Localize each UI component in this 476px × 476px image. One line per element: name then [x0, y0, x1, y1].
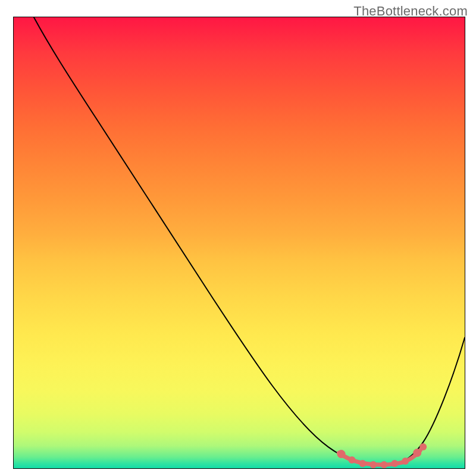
optimal-marker — [391, 460, 398, 467]
optimal-marker — [359, 460, 366, 467]
optimal-marker — [369, 461, 377, 468]
watermark-text: TheBottleneck.com — [353, 4, 468, 19]
optimal-marker — [380, 461, 387, 468]
optimal-marker — [402, 458, 409, 465]
optimal-marker — [337, 450, 346, 458]
optimal-marker — [419, 443, 427, 450]
bottleneck-curve-line — [34, 17, 465, 466]
optimal-marker — [349, 456, 356, 464]
optimal-marker — [413, 449, 421, 457]
chart-plot-area — [13, 17, 465, 469]
chart-svg — [14, 17, 465, 468]
